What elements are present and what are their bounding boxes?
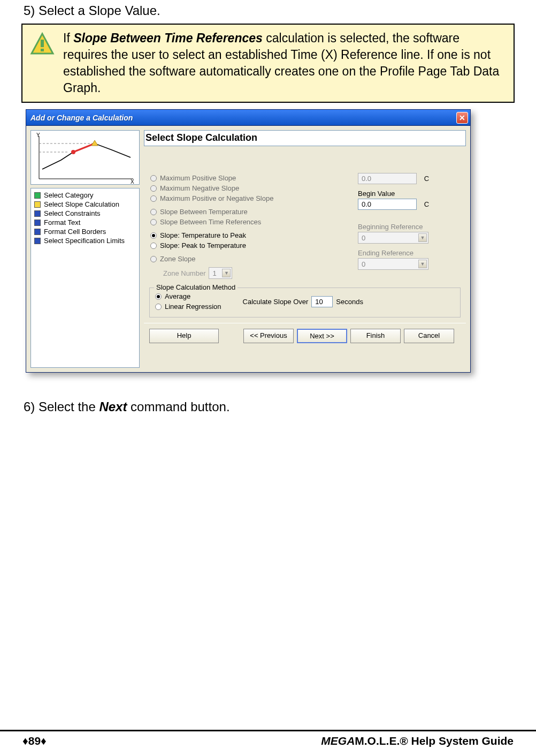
wizard-step-list: Select Category Select Slope Calculation… — [30, 188, 140, 368]
slope-graph: Y X — [30, 130, 140, 185]
radio-zone-slope[interactable]: Zone Slope — [150, 254, 342, 264]
finish-button[interactable]: Finish — [350, 329, 401, 343]
radio-between-time[interactable]: Slope Between Time References — [150, 217, 342, 227]
square-icon — [34, 201, 41, 208]
note-box: If Slope Between Time References calcula… — [21, 24, 515, 103]
svg-text:Y: Y — [36, 132, 40, 138]
warning-icon — [30, 32, 55, 59]
end-ref-label: Ending Reference — [358, 249, 461, 257]
radio-icon — [155, 304, 162, 310]
previous-button[interactable]: << Previous — [243, 329, 294, 343]
next-button[interactable]: Next >> — [297, 329, 347, 343]
radio-icon — [150, 232, 157, 239]
square-icon — [34, 210, 41, 217]
end-ref-combo[interactable]: 0▼ — [358, 258, 428, 270]
dialog-title: Add or Change a Calculation — [30, 114, 133, 122]
square-icon — [34, 238, 41, 244]
fieldset-legend: Slope Calculation Method — [154, 283, 238, 291]
calc-over-row: Calculate Slope Over 10 Seconds — [243, 296, 363, 307]
radio-icon — [150, 185, 157, 192]
dialog-button-bar: Help << Previous Next >> Finish Cancel — [144, 323, 466, 349]
radio-icon — [150, 219, 157, 225]
top-value-field[interactable]: 0.0 — [358, 173, 417, 184]
radio-between-temp[interactable]: Slope Between Temperature — [150, 207, 342, 217]
guide-title: MEGAM.O.L.E.® Help System Guide — [321, 735, 514, 747]
list-item[interactable]: Select Constraints — [33, 209, 137, 218]
zone-number-row: Zone Number 1▼ — [150, 266, 342, 280]
note-text: If Slope Between Time References calcula… — [63, 30, 506, 96]
svg-marker-10 — [91, 140, 98, 146]
calc-seconds-field[interactable]: 10 — [311, 296, 333, 307]
section-title: Select Slope Calculation — [144, 130, 466, 146]
slope-options: Maximum Positive Slope Maximum Negative … — [150, 173, 342, 280]
square-icon — [34, 192, 41, 199]
chevron-down-icon: ▼ — [418, 233, 427, 242]
radio-icon — [150, 243, 157, 249]
step-5-text: 5) Select a Slope Value. — [24, 3, 515, 18]
svg-rect-1 — [41, 40, 44, 47]
close-icon[interactable]: ✕ — [456, 112, 468, 124]
page-number: ♦89♦ — [22, 735, 47, 747]
svg-point-9 — [71, 150, 75, 154]
help-button[interactable]: Help — [149, 329, 219, 343]
begin-value-field[interactable]: 0.0 — [358, 199, 417, 210]
dialog-titlebar: Add or Change a Calculation ✕ — [26, 110, 470, 126]
radio-average[interactable]: Average — [155, 291, 221, 301]
radio-peak-to-temp[interactable]: Slope: Peak to Temperature — [150, 240, 342, 251]
list-item[interactable]: Select Slope Calculation — [33, 200, 137, 209]
radio-icon — [150, 209, 157, 215]
radio-max-positive[interactable]: Maximum Positive Slope — [150, 173, 342, 183]
unit-label: C — [424, 200, 429, 208]
begin-ref-combo[interactable]: 0▼ — [358, 232, 428, 244]
radio-temp-to-peak[interactable]: Slope: Temperature to Peak — [150, 230, 342, 240]
cancel-button[interactable]: Cancel — [404, 329, 454, 343]
page-footer: ♦89♦ MEGAM.O.L.E.® Help System Guide — [0, 730, 536, 747]
list-item[interactable]: Format Cell Borders — [33, 227, 137, 236]
square-icon — [34, 229, 41, 235]
begin-ref-label: Beginning Reference — [358, 223, 461, 231]
slope-method-fieldset: Slope Calculation Method Average Linear … — [149, 288, 461, 317]
square-icon — [34, 220, 41, 226]
svg-text:X: X — [131, 179, 134, 184]
list-item[interactable]: Select Specification Limits — [33, 236, 137, 245]
dialog-add-change-calculation: Add or Change a Calculation ✕ Y X — [26, 109, 471, 373]
list-item[interactable]: Select Category — [33, 191, 137, 200]
radio-linear-regression[interactable]: Linear Regression — [155, 301, 221, 312]
radio-max-negative[interactable]: Maximum Negative Slope — [150, 183, 342, 193]
zone-number-combo[interactable]: 1▼ — [209, 267, 232, 279]
radio-icon — [150, 195, 157, 202]
radio-icon — [150, 256, 157, 262]
list-item[interactable]: Format Text — [33, 218, 137, 227]
radio-max-pos-neg[interactable]: Maximum Positive or Negative Slope — [150, 193, 342, 203]
chevron-down-icon: ▼ — [418, 260, 427, 268]
unit-label: C — [424, 175, 429, 183]
svg-rect-2 — [41, 49, 44, 51]
radio-icon — [150, 175, 157, 182]
step-6-text: 6) Select the Next command button. — [24, 399, 515, 414]
radio-icon — [155, 293, 162, 300]
chevron-down-icon: ▼ — [222, 269, 231, 277]
begin-value-label: Begin Value — [358, 190, 461, 198]
